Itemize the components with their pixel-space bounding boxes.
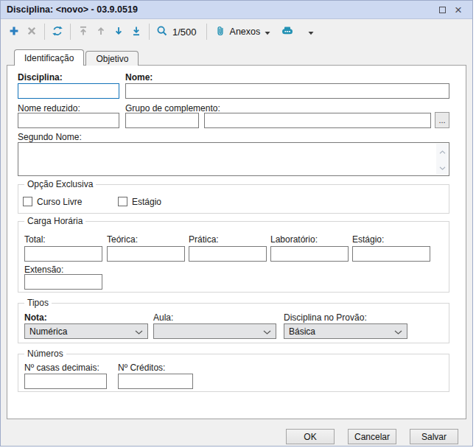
attachments-button[interactable]: Anexos — [211, 23, 275, 41]
carga-horaria-title: Carga Horária — [24, 216, 85, 226]
toolbar-separator — [206, 24, 207, 40]
pratica-input[interactable] — [189, 246, 267, 262]
toolbar-separator — [70, 24, 71, 40]
attachments-label: Anexos — [230, 27, 261, 37]
carga-horaria-group: Carga Horária Total: Teórica: Prática: L… — [18, 221, 449, 293]
segundo-nome-textarea[interactable] — [18, 142, 449, 176]
tipos-title: Tipos — [24, 298, 52, 308]
grupo-complemento-codigo-input[interactable] — [125, 113, 199, 128]
save-button[interactable]: Salvar — [410, 429, 458, 444]
record-counter: 1/500 — [172, 27, 197, 38]
disciplina-provao-select[interactable]: Básica — [284, 323, 407, 339]
opcao-exclusiva-group: Opção Exclusiva Curso Livre Estágio — [18, 184, 449, 214]
nome-label: Nome: — [125, 72, 153, 83]
tab-label: Objetivo — [96, 54, 128, 64]
opcao-exclusiva-title: Opção Exclusiva — [24, 179, 96, 189]
disciplina-provao-label: Disciplina no Provão: — [284, 312, 367, 323]
titlebar[interactable]: Disciplina: <novo> - 03.9.0519 × — [1, 1, 472, 19]
disciplina-label: Disciplina: — [18, 72, 63, 83]
chevron-down-icon — [135, 326, 143, 337]
estagio-label: Estágio — [132, 197, 161, 207]
delete-record-button[interactable] — [23, 23, 41, 41]
laboratorio-input[interactable] — [270, 246, 349, 262]
teorica-input[interactable] — [107, 246, 185, 262]
cancel-button[interactable]: Cancelar — [348, 429, 396, 444]
toolbar: 1/500 Anexos — [1, 20, 472, 43]
teorica-label: Teórica: — [107, 234, 138, 245]
creditos-label: Nº Créditos: — [118, 363, 165, 373]
arrow-up-to-bar-icon — [77, 25, 89, 39]
plus-icon — [8, 25, 20, 39]
last-record-button[interactable] — [127, 23, 145, 41]
scroll-down-icon[interactable] — [439, 162, 446, 172]
grupo-complemento-descricao-input[interactable] — [204, 113, 431, 128]
scroll-up-icon[interactable] — [439, 146, 446, 156]
window-title: Disciplina: <novo> - 03.9.0519 — [7, 4, 434, 15]
toolbar-separator — [149, 24, 150, 40]
nome-reduzido-label: Nome reduzido: — [18, 103, 80, 113]
ok-button[interactable]: OK — [286, 429, 335, 444]
aula-label: Aula: — [153, 312, 173, 323]
extensao-input[interactable] — [24, 274, 102, 290]
creditos-input[interactable] — [118, 374, 193, 389]
add-record-button[interactable] — [5, 23, 23, 41]
aula-select[interactable] — [153, 323, 276, 339]
grupo-complemento-browse-button[interactable]: ... — [435, 112, 449, 128]
curso-livre-label: Curso Livre — [37, 197, 82, 207]
pratica-label: Prática: — [189, 234, 219, 245]
first-record-button[interactable] — [74, 23, 92, 41]
disciplina-dialog: Disciplina: <novo> - 03.9.0519 × — [0, 0, 473, 447]
tab-objetivo[interactable]: Objetivo — [85, 51, 139, 66]
chevron-down-icon — [308, 27, 314, 38]
print-options-button[interactable] — [302, 23, 320, 41]
close-button[interactable]: × — [450, 2, 466, 17]
nota-select[interactable]: Numérica — [24, 323, 148, 339]
curso-livre-checkbox[interactable] — [23, 197, 32, 206]
total-label: Total: — [24, 234, 46, 245]
toolbar-separator — [44, 24, 45, 40]
grupo-complemento-label: Grupo de complemento: — [125, 103, 220, 113]
delete-x-icon — [26, 25, 38, 39]
print-button[interactable] — [279, 23, 296, 41]
arrow-down-icon — [113, 25, 125, 39]
tab-page-identificacao: Disciplina: Nome: Nome reduzido: Grupo d… — [7, 65, 466, 419]
tab-label: Identificação — [24, 53, 74, 63]
estagio-horas-label: Estágio: — [352, 234, 384, 245]
previous-record-button[interactable] — [92, 23, 110, 41]
estagio-checkbox[interactable] — [118, 197, 127, 206]
disciplina-input[interactable] — [18, 83, 119, 99]
tipos-group: Tipos Nota: Numérica Aula: Disciplina no… — [18, 303, 449, 343]
estagio-horas-input[interactable] — [352, 246, 430, 262]
search-button[interactable] — [153, 23, 171, 41]
tab-identificacao[interactable]: Identificação — [14, 49, 84, 66]
disciplina-provao-value: Básica — [289, 326, 394, 337]
casas-decimais-input[interactable] — [24, 374, 107, 389]
footer-buttons: OK Cancelar Salvar — [286, 429, 458, 444]
maximize-button[interactable] — [434, 2, 450, 17]
nome-reduzido-input[interactable] — [18, 113, 119, 128]
search-icon — [156, 25, 168, 39]
total-input[interactable] — [24, 246, 102, 262]
numeros-title: Números — [24, 349, 66, 359]
casas-decimais-label: Nº casas decimais: — [24, 363, 99, 373]
close-icon: × — [455, 4, 462, 16]
nota-label: Nota: — [24, 312, 47, 323]
screen: Disciplina: <novo> - 03.9.0519 × — [0, 0, 476, 448]
printer-icon — [281, 25, 294, 39]
arrow-down-to-bar-icon — [130, 25, 142, 39]
nome-input[interactable] — [125, 83, 449, 99]
arrow-up-icon — [95, 25, 107, 39]
laboratorio-label: Laboratório: — [270, 234, 318, 245]
paperclip-icon — [214, 25, 225, 39]
tab-strip: Identificação Objetivo — [14, 49, 140, 66]
refresh-button[interactable] — [49, 23, 66, 41]
textarea-scrollbar[interactable] — [436, 144, 448, 175]
next-record-button[interactable] — [110, 23, 127, 41]
segundo-nome-label: Segundo Nome: — [18, 132, 82, 142]
maximize-icon — [439, 7, 446, 13]
refresh-icon — [52, 25, 63, 39]
nota-value: Numérica — [29, 326, 135, 337]
chevron-down-icon — [263, 326, 271, 337]
chevron-down-icon — [394, 326, 402, 337]
chevron-down-icon — [265, 27, 270, 38]
